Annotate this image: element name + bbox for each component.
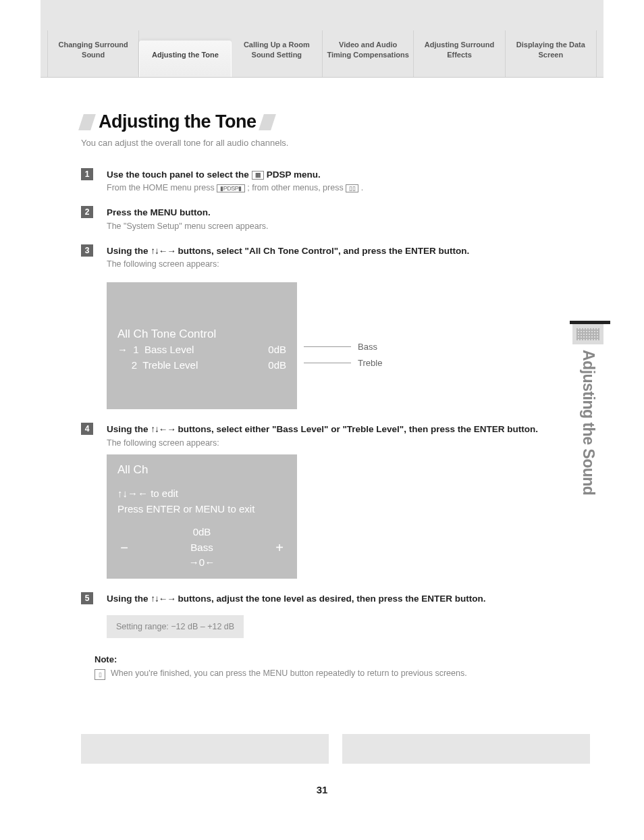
step-number: 5 [81,592,93,604]
plus-icon: + [273,537,286,558]
callout-bass: Bass [304,338,382,355]
step-3: 3 Using the ↑↓←→ buttons, select "All Ch… [81,244,590,410]
step-1-title: Use the touch panel to select the ▦ PDSP… [107,168,590,182]
setting-range-box: Setting range: −12 dB – +12 dB [107,615,244,638]
screen2-label: Bass [131,540,273,556]
note-text: When you're finished, you can press the … [111,668,467,678]
tab-adjusting-tone[interactable]: Adjusting the Tone [139,41,231,77]
step-4: 4 Using the ↑↓←→ buttons, select either … [81,423,590,578]
tab-timing-compensations[interactable]: Video and Audio Timing Compensations [323,30,414,77]
tab-surround-effects[interactable]: Adjusting Surround Effects [414,30,505,77]
step-number: 4 [81,423,93,435]
screen-row-treble: 2 Treble Level 0dB [117,358,286,373]
step-4-title: Using the ↑↓←→ buttons, select either "B… [107,423,590,436]
screen-all-ch-tone: All Ch Tone Control → 1 Bass Level 0dB 2… [107,282,297,410]
callout-line-icon [304,346,351,347]
step-number: 2 [81,206,93,218]
top-tabs: Changing Surround Sound Adjusting the To… [41,0,603,78]
tab-room-sound-setting[interactable]: Calling Up a Room Sound Setting [232,30,323,77]
note-icon: ▯ [95,669,105,680]
arrow-buttons-icon: ↑↓←→ [151,594,176,604]
page-number: 31 [0,784,644,795]
screen-all-ch-edit: All Ch ↑↓→← to edit Press ENTER or MENU … [107,454,297,579]
page-title: Adjusting the Tone [99,111,256,132]
step-3-desc: The following screen appears: [107,259,590,269]
arrow-buttons-icon: ↑↓←→ [151,424,176,434]
step-2-title: Press the MENU button. [107,206,590,219]
tab-changing-surround-sound[interactable]: Changing Surround Sound [47,30,139,77]
step-number: 3 [81,244,93,257]
footer-block-left [81,734,329,764]
heading-deco-left-icon [78,114,96,130]
callout-line-icon [304,363,351,363]
step-1-desc: From the HOME menu press ▮PDSP▮ ; from o… [107,183,590,192]
nav-button-icon: ▯▯ [346,184,358,193]
minus-icon: − [117,537,131,558]
step-3-title: Using the ↑↓←→ buttons, select "All Ch T… [107,244,590,258]
screen2-value: 0dB [131,525,273,540]
footer-blocks [81,734,590,764]
note-section: Note: ▯ When you're finished, you can pr… [81,654,590,680]
callout-treble: Treble [304,355,382,371]
step-1: 1 Use the touch panel to select the ▦ PD… [81,168,590,192]
pdsp-icon: ▦ [252,171,265,180]
step-2: 2 Press the MENU button. The "System Set… [81,206,590,230]
screen-row-bass: → 1 Bass Level 0dB [117,342,286,358]
tab-data-screen[interactable]: Displaying the Data Screen [506,30,597,77]
screen2-indicator: →0← [131,555,273,571]
page-subtitle: You can adjust the overall tone for all … [81,138,590,148]
step-number: 1 [81,168,93,180]
screen2-line1: All Ch [117,461,286,479]
step-4-desc: The following screen appears: [107,438,590,448]
step-2-desc: The "System Setup" menu screen appears. [107,221,590,231]
screen-callouts: Bass Treble [297,338,382,371]
screen-title: All Ch Tone Control [117,325,286,343]
screen2-line2: ↑↓→← to edit [117,486,286,502]
page-heading: Adjusting the Tone [81,111,590,132]
footer-block-right [342,734,590,764]
pdsp-button-icon: ▮PDSP▮ [217,184,245,193]
heading-deco-right-icon [259,114,277,130]
arrow-buttons-icon: ↑↓←→ [151,246,176,256]
screen2-line3: Press ENTER or MENU to exit [117,502,286,517]
note-label: Note: [95,654,590,664]
step-5-title: Using the ↑↓←→ buttons, adjust the tone … [107,592,590,606]
step-5: 5 Using the ↑↓←→ buttons, adjust the ton… [81,592,590,638]
